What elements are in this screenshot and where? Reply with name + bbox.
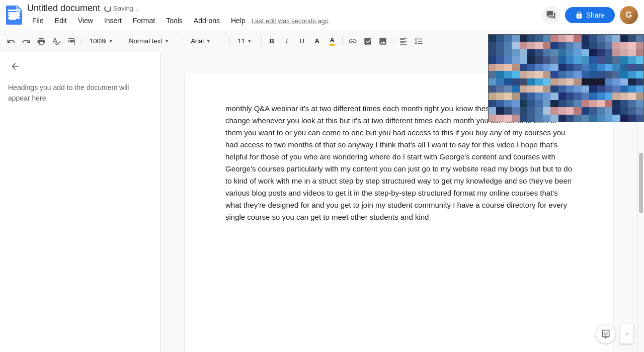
back-arrow-icon — [10, 61, 20, 71]
line-spacing-button[interactable] — [412, 34, 426, 48]
zoom-arrow-icon: ▼ — [108, 38, 113, 44]
toolbar-separator-7 — [393, 36, 393, 46]
toolbar-separator-6 — [342, 36, 343, 46]
assistant-button[interactable] — [596, 324, 616, 344]
font-dropdown[interactable]: Arial ▼ — [186, 34, 226, 48]
align-icon — [399, 37, 408, 46]
link-icon — [348, 37, 357, 46]
font-value: Arial — [191, 37, 204, 45]
svg-rect-3 — [9, 16, 19, 18]
sidebar: Headings you add to the document will ap… — [0, 52, 161, 352]
menu-bar: File Edit View Insert Format Tools Add-o… — [27, 15, 329, 27]
redo-icon — [22, 37, 31, 46]
menu-item-addons[interactable]: Add-ons — [189, 15, 225, 27]
zoom-value: 100% — [90, 37, 106, 45]
avatar[interactable]: G — [620, 6, 638, 24]
menu-item-format[interactable]: Format — [128, 15, 160, 27]
menu-item-file[interactable]: File — [27, 15, 49, 27]
comments-icon — [546, 10, 556, 20]
menu-item-tools[interactable]: Tools — [161, 15, 188, 27]
align-button[interactable] — [396, 34, 411, 48]
toolbar-separator-2 — [121, 36, 121, 46]
google-doc-icon-svg — [6, 6, 22, 25]
size-value: 11 — [237, 37, 245, 45]
scrollbar-thumb[interactable] — [639, 153, 643, 213]
insert-special-icon — [363, 37, 372, 46]
last-edit-label: Last edit was seconds ago — [252, 17, 329, 25]
share-button[interactable]: Share — [565, 7, 615, 23]
redo-button[interactable] — [19, 34, 33, 48]
toolbar-separator-5 — [261, 36, 262, 46]
line-spacing-icon — [414, 37, 423, 46]
size-arrow-icon: ▼ — [247, 38, 252, 44]
paint-format-icon — [67, 37, 76, 46]
menu-item-help[interactable]: Help — [226, 15, 251, 27]
doc-icon — [6, 6, 22, 25]
underline-button[interactable]: U — [295, 34, 309, 48]
comments-button[interactable] — [542, 6, 560, 24]
size-dropdown[interactable]: 11 ▼ — [233, 34, 258, 48]
bold-button[interactable]: B — [265, 34, 279, 48]
sidebar-back-button[interactable] — [8, 60, 22, 74]
collapse-icon: › — [626, 330, 628, 337]
image-icon — [378, 37, 387, 46]
print-button[interactable] — [34, 34, 48, 48]
link-button[interactable] — [346, 34, 360, 48]
doc-title-row: Untitled document Saving... — [27, 3, 329, 14]
sidebar-hint: Headings you add to the document will ap… — [8, 82, 152, 104]
insert-special-button[interactable] — [361, 34, 375, 48]
share-label: Share — [586, 11, 605, 19]
avatar-image: G — [620, 6, 638, 24]
text-color-icon: A — [314, 37, 319, 45]
highlight-button[interactable]: A — [325, 34, 339, 48]
font-arrow-icon: ▼ — [206, 38, 211, 44]
doc-title[interactable]: Untitled document — [27, 3, 100, 14]
menu-item-view[interactable]: View — [73, 15, 98, 27]
saving-indicator: Saving... — [104, 5, 139, 12]
svg-marker-1 — [16, 6, 22, 12]
highlight-icon: A — [330, 36, 334, 46]
svg-point-5 — [604, 332, 605, 334]
italic-button[interactable]: I — [280, 34, 294, 48]
svg-rect-0 — [6, 6, 22, 25]
menu-item-edit[interactable]: Edit — [50, 15, 72, 27]
style-dropdown[interactable]: Normal text ▼ — [124, 34, 180, 48]
doc-title-area: Untitled document Saving... File Edit Vi… — [27, 3, 329, 27]
assistant-icon — [601, 329, 611, 339]
top-right-actions: Share G — [542, 6, 638, 24]
undo-button[interactable] — [4, 34, 18, 48]
style-value: Normal text — [129, 37, 162, 45]
paint-format-button[interactable] — [64, 34, 78, 48]
image-button[interactable] — [376, 34, 390, 48]
lock-icon — [575, 11, 583, 19]
svg-rect-2 — [9, 14, 19, 15]
zoom-dropdown[interactable]: 100% ▼ — [85, 34, 118, 48]
menu-item-insert[interactable]: Insert — [99, 15, 127, 27]
style-arrow-icon: ▼ — [165, 38, 170, 44]
video-overlay — [488, 34, 644, 122]
top-bar: Untitled document Saving... File Edit Vi… — [0, 0, 644, 30]
undo-icon — [7, 37, 16, 46]
svg-rect-4 — [9, 19, 16, 20]
saving-text: Saving... — [113, 5, 139, 12]
text-color-button[interactable]: A — [310, 34, 324, 48]
saving-spinner — [104, 5, 111, 12]
svg-point-6 — [606, 332, 608, 334]
spell-check-icon — [52, 37, 61, 46]
toolbar-separator-3 — [183, 36, 183, 46]
spell-check-button[interactable] — [49, 34, 63, 48]
toolbar-separator-4 — [229, 36, 230, 46]
toolbar-separator-1 — [82, 36, 82, 46]
bottom-toolbar: › — [596, 324, 634, 344]
video-pixels — [489, 35, 643, 122]
print-icon — [37, 37, 46, 46]
collapse-button[interactable]: › — [620, 324, 634, 344]
